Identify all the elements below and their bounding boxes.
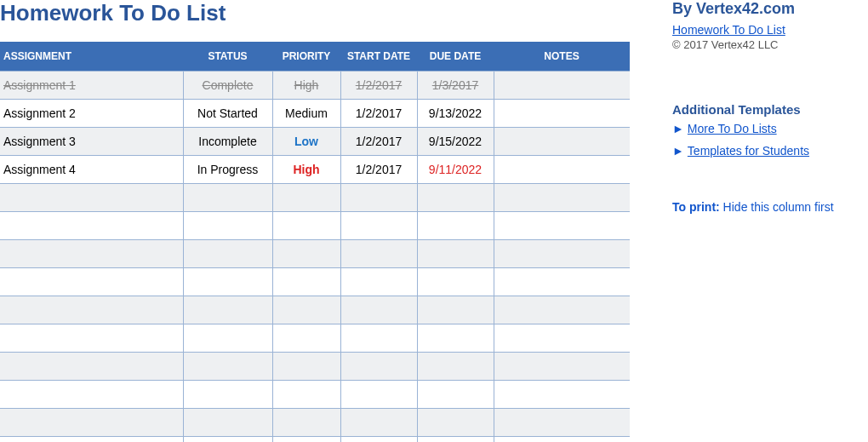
cell-empty[interactable] [417,437,494,443]
cell-notes[interactable] [494,72,630,100]
cell-empty[interactable] [183,409,272,437]
cell-empty[interactable] [272,324,340,353]
table-row-empty[interactable] [0,184,630,212]
cell-empty[interactable] [494,437,630,443]
cell-empty[interactable] [183,184,272,212]
cell-empty[interactable] [0,409,183,437]
table-row-empty[interactable] [0,268,630,296]
cell-empty[interactable] [340,184,417,212]
cell-due-date[interactable]: 9/13/2022 [417,100,494,128]
cell-empty[interactable] [272,381,340,409]
cell-empty[interactable] [272,268,340,296]
table-row[interactable]: Assignment 1CompleteHigh1/2/20171/3/2017 [0,72,630,100]
cell-start-date[interactable]: 1/2/2017 [340,128,417,156]
cell-empty[interactable] [494,184,630,212]
table-row-empty[interactable] [0,353,630,381]
cell-empty[interactable] [272,212,340,240]
cell-empty[interactable] [183,296,272,324]
cell-priority[interactable]: High [272,72,340,100]
cell-empty[interactable] [494,296,630,324]
cell-status[interactable]: Complete [183,72,272,100]
table-row-empty[interactable] [0,437,630,443]
table-row-empty[interactable] [0,381,630,409]
cell-empty[interactable] [183,353,272,381]
cell-notes[interactable] [494,156,630,184]
cell-empty[interactable] [417,212,494,240]
cell-due-date[interactable]: 9/11/2022 [417,156,494,184]
cell-assignment[interactable]: Assignment 3 [0,128,183,156]
cell-assignment[interactable]: Assignment 2 [0,100,183,128]
cell-status[interactable]: Incomplete [183,128,272,156]
cell-empty[interactable] [340,296,417,324]
cell-empty[interactable] [417,409,494,437]
cell-empty[interactable] [340,381,417,409]
cell-start-date[interactable]: 1/2/2017 [340,156,417,184]
cell-empty[interactable] [0,296,183,324]
cell-status[interactable]: In Progress [183,156,272,184]
cell-empty[interactable] [0,184,183,212]
cell-empty[interactable] [494,324,630,353]
cell-priority[interactable]: Medium [272,100,340,128]
cell-empty[interactable] [272,437,340,443]
cell-empty[interactable] [417,381,494,409]
cell-empty[interactable] [340,268,417,296]
cell-due-date[interactable]: 9/15/2022 [417,128,494,156]
cell-empty[interactable] [0,324,183,353]
cell-empty[interactable] [494,353,630,381]
cell-empty[interactable] [340,437,417,443]
cell-empty[interactable] [417,296,494,324]
cell-empty[interactable] [0,437,183,443]
cell-empty[interactable] [494,409,630,437]
cell-empty[interactable] [494,240,630,268]
cell-empty[interactable] [417,240,494,268]
table-row-empty[interactable] [0,212,630,240]
cell-empty[interactable] [183,324,272,353]
cell-due-date[interactable]: 1/3/2017 [417,72,494,100]
table-row-empty[interactable] [0,240,630,268]
cell-empty[interactable] [183,212,272,240]
cell-empty[interactable] [0,381,183,409]
cell-empty[interactable] [272,353,340,381]
cell-empty[interactable] [272,240,340,268]
template-link[interactable]: Homework To Do List [672,23,785,37]
cell-empty[interactable] [417,353,494,381]
table-row-empty[interactable] [0,409,630,437]
cell-start-date[interactable]: 1/2/2017 [340,100,417,128]
table-row[interactable]: Assignment 4In ProgressHigh1/2/20179/11/… [0,156,630,184]
cell-empty[interactable] [340,240,417,268]
cell-empty[interactable] [340,353,417,381]
cell-priority[interactable]: High [272,156,340,184]
table-row[interactable]: Assignment 2Not StartedMedium1/2/20179/1… [0,100,630,128]
cell-start-date[interactable]: 1/2/2017 [340,72,417,100]
table-row[interactable]: Assignment 3IncompleteLow1/2/20179/15/20… [0,128,630,156]
cell-empty[interactable] [272,184,340,212]
cell-empty[interactable] [0,240,183,268]
cell-empty[interactable] [340,409,417,437]
cell-empty[interactable] [494,381,630,409]
cell-empty[interactable] [272,409,340,437]
cell-empty[interactable] [340,324,417,353]
cell-assignment[interactable]: Assignment 4 [0,156,183,184]
cell-empty[interactable] [417,268,494,296]
cell-status[interactable]: Not Started [183,100,272,128]
cell-empty[interactable] [340,212,417,240]
table-row-empty[interactable] [0,296,630,324]
cell-empty[interactable] [417,324,494,353]
cell-empty[interactable] [494,212,630,240]
cell-empty[interactable] [417,184,494,212]
cell-empty[interactable] [0,268,183,296]
cell-empty[interactable] [494,268,630,296]
link-more-to-do-lists[interactable]: ►More To Do Lists [672,122,859,135]
cell-notes[interactable] [494,100,630,128]
cell-assignment[interactable]: Assignment 1 [0,72,183,100]
cell-empty[interactable] [183,437,272,443]
cell-empty[interactable] [183,381,272,409]
link-templates-for-students[interactable]: ►Templates for Students [672,144,859,158]
cell-priority[interactable]: Low [272,128,340,156]
table-row-empty[interactable] [0,324,630,353]
cell-empty[interactable] [272,296,340,324]
cell-empty[interactable] [0,353,183,381]
cell-empty[interactable] [183,268,272,296]
cell-empty[interactable] [183,240,272,268]
cell-notes[interactable] [494,128,630,156]
